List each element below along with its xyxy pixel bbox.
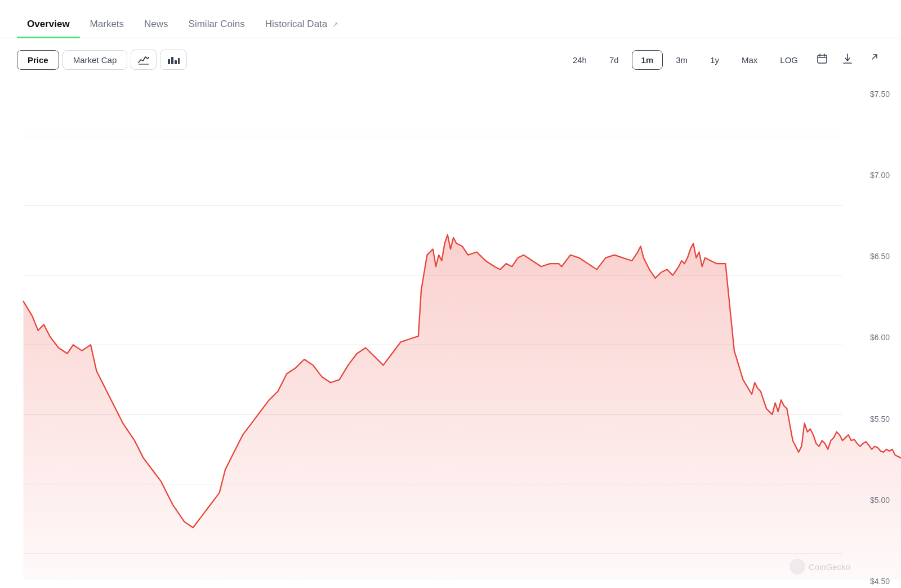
price-button[interactable]: Price (17, 50, 59, 70)
expand-icon (868, 54, 878, 64)
tab-bar: Overview Markets News Similar Coins Hist… (0, 0, 901, 38)
svg-rect-2 (171, 57, 173, 64)
tab-news[interactable]: News (134, 11, 179, 38)
time-1y-button[interactable]: 1y (701, 50, 729, 70)
toolbar: Price Market Cap 24h 7d 1m (0, 38, 901, 81)
tab-historical-data[interactable]: Historical Data ↗ (255, 11, 349, 38)
time-max-button[interactable]: Max (732, 50, 767, 70)
tab-overview[interactable]: Overview (17, 11, 80, 38)
main-container: Overview Markets News Similar Coins Hist… (0, 0, 901, 588)
log-button[interactable]: LOG (770, 50, 808, 70)
download-button[interactable] (837, 48, 858, 71)
calendar-icon (817, 54, 827, 64)
coingecko-logo (790, 559, 805, 574)
watermark-text: CoinGecko (809, 562, 850, 572)
tab-similar-coins[interactable]: Similar Coins (179, 11, 255, 38)
bar-chart-icon (167, 55, 180, 65)
expand-button[interactable] (862, 48, 884, 71)
download-icon (843, 54, 852, 64)
line-chart-icon (138, 55, 149, 65)
svg-rect-3 (175, 60, 177, 64)
svg-rect-5 (818, 55, 827, 63)
time-3m-button[interactable]: 3m (666, 50, 697, 70)
time-24h-button[interactable]: 24h (563, 50, 596, 70)
price-chart (0, 87, 901, 588)
coingecko-watermark: CoinGecko (790, 559, 850, 574)
external-link-icon: ↗ (332, 20, 338, 29)
chart-area: $7.50 $7.00 $6.50 $6.00 $5.50 $5.00 $4.5… (0, 81, 901, 588)
time-7d-button[interactable]: 7d (600, 50, 628, 70)
market-cap-button[interactable]: Market Cap (63, 50, 128, 70)
svg-rect-4 (178, 58, 180, 64)
time-1m-button[interactable]: 1m (632, 50, 663, 70)
time-button-group: 24h 7d 1m 3m 1y Max LOG (563, 48, 884, 71)
svg-rect-1 (168, 59, 170, 64)
chart-fill (24, 235, 901, 580)
tab-markets[interactable]: Markets (80, 11, 134, 38)
line-chart-button[interactable] (131, 50, 157, 70)
metric-button-group: Price Market Cap (17, 50, 187, 70)
calendar-button[interactable] (811, 48, 833, 71)
bar-chart-button[interactable] (160, 50, 187, 70)
